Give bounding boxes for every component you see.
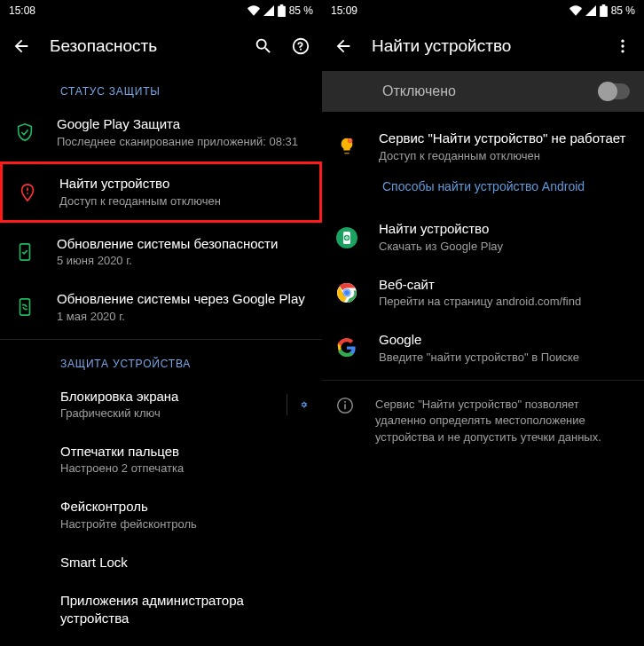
- svg-rect-18: [344, 401, 346, 403]
- more-button[interactable]: [612, 35, 633, 57]
- item-summary: Перейти на страницу android.com/find: [379, 295, 630, 310]
- svg-point-3: [621, 40, 624, 43]
- wifi-icon: [247, 5, 260, 16]
- item-summary: 1 мая 2020 г.: [57, 310, 308, 325]
- warning-title: Сервис "Найти устройство" не работает: [379, 130, 630, 147]
- item-fingerprints[interactable]: Отпечатки пальцев Настроено 2 отпечатка: [0, 432, 322, 487]
- item-title: Обновление системы через Google Play: [57, 290, 308, 308]
- item-title: Веб-сайт: [379, 276, 630, 294]
- bulb-alert-icon: !: [337, 137, 357, 156]
- svg-point-5: [621, 50, 624, 52]
- warning-summary: Доступ к геоданным отключен: [379, 149, 630, 164]
- battery-icon: [600, 4, 608, 17]
- item-security-update[interactable]: Обновление системы безопасности 5 июня 2…: [0, 225, 322, 280]
- search-icon: [254, 36, 273, 56]
- item-admin-apps[interactable]: Приложения администратора устройства: [0, 581, 322, 637]
- divider: [322, 380, 644, 381]
- help-icon: [291, 36, 310, 56]
- item-summary: Доступ к геоданным отключен: [59, 194, 305, 209]
- item-play-protect[interactable]: Google Play Защита Последнее сканировани…: [0, 105, 322, 160]
- info-icon: [336, 397, 354, 414]
- help-button[interactable]: [290, 35, 311, 57]
- svg-point-11: [346, 237, 348, 239]
- item-gp-system-update[interactable]: Обновление системы через Google Play 1 м…: [0, 280, 322, 335]
- svg-point-0: [27, 193, 28, 194]
- info-text: Сервис "Найти устройство" позволяет удал…: [375, 397, 630, 447]
- app-bar: Найти устройство: [322, 21, 644, 71]
- more-vert-icon: [614, 37, 632, 55]
- status-bar: 15:09 85 %: [322, 0, 644, 21]
- phone-security: 15:08 85 % Безопасность СТАТУС ЗАЩИТЫ Go…: [0, 0, 322, 646]
- divider: [0, 339, 322, 340]
- item-summary: Последнее сканирование приложений: 08:31: [57, 135, 308, 150]
- battery-percent: 85 %: [611, 4, 635, 17]
- battery-percent: 85 %: [289, 4, 313, 17]
- signal-icon: [263, 5, 274, 16]
- info-row: Сервис "Найти устройство" позволяет удал…: [322, 384, 644, 460]
- status-indicators: 85 %: [569, 4, 635, 17]
- item-find-device[interactable]: Найти устройство Доступ к геоданным откл…: [3, 164, 319, 219]
- highlight-find-device: Найти устройство Доступ к геоданным откл…: [0, 162, 322, 222]
- item-title: Google: [379, 331, 630, 349]
- svg-rect-17: [344, 404, 346, 409]
- back-button[interactable]: [11, 35, 32, 57]
- item-smart-lock[interactable]: Smart Lock: [0, 543, 322, 582]
- page-title: Безопасность: [50, 36, 235, 56]
- signal-icon: [585, 5, 596, 16]
- item-title: Smart Lock: [60, 554, 308, 571]
- item-title: Отпечатки пальцев: [60, 443, 308, 461]
- svg-point-15: [344, 290, 349, 295]
- switch-label: Отключено: [382, 83, 456, 99]
- phone-find-device: 15:09 85 % Найти устройство Отключено ! …: [322, 0, 644, 646]
- item-summary: Скачать из Google Play: [379, 240, 630, 255]
- master-switch-row[interactable]: Отключено: [322, 71, 644, 112]
- search-button[interactable]: [253, 35, 274, 57]
- master-switch[interactable]: [600, 83, 630, 99]
- item-title: Найти устройство: [59, 175, 305, 193]
- phone-refresh-icon: [15, 297, 35, 317]
- page-title: Найти устройство: [372, 36, 594, 56]
- item-summary: Настроено 2 отпечатка: [60, 461, 308, 477]
- back-button[interactable]: [333, 35, 354, 57]
- app-bar: Безопасность: [0, 21, 322, 71]
- chrome-icon: [336, 282, 357, 303]
- google-g-icon: [337, 338, 357, 358]
- location-alert-icon: [18, 183, 37, 202]
- item-summary: Настройте фейсконтроль: [60, 517, 308, 532]
- item-website[interactable]: Веб-сайт Перейти на страницу android.com…: [322, 265, 644, 320]
- item-title: Фейсконтроль: [60, 498, 308, 516]
- status-time: 15:08: [9, 4, 35, 17]
- item-face[interactable]: Фейсконтроль Настройте фейсконтроль: [0, 487, 322, 542]
- arrow-back-icon: [12, 36, 31, 56]
- item-title: Приложения администратора устройства: [60, 592, 308, 626]
- svg-point-4: [621, 44, 624, 47]
- svg-text:!: !: [349, 139, 350, 144]
- phone-check-icon: [15, 242, 35, 262]
- find-device-app-icon: [336, 227, 357, 248]
- shield-check-icon: [15, 122, 35, 142]
- item-title: Google Play Защита: [57, 115, 308, 133]
- item-summary: Введите "найти устройство" в Поиске: [379, 351, 630, 366]
- screen-lock-settings-button[interactable]: [287, 394, 308, 415]
- item-google-search[interactable]: Google Введите "найти устройство" в Поис…: [322, 320, 644, 375]
- status-time: 15:09: [331, 4, 357, 17]
- section-device-security: ЗАЩИТА УСТРОЙСТВА: [0, 343, 322, 377]
- wifi-icon: [569, 5, 582, 16]
- svg-rect-2: [20, 299, 30, 315]
- section-security-status: СТАТУС ЗАЩИТЫ: [0, 71, 322, 105]
- gear-icon: [300, 395, 308, 414]
- item-find-app[interactable]: Найти устройство Скачать из Google Play: [322, 209, 644, 264]
- status-bar: 15:08 85 %: [0, 0, 322, 21]
- item-title: Найти устройство: [379, 220, 630, 238]
- item-title: Блокировка экрана: [60, 388, 258, 406]
- status-indicators: 85 %: [247, 4, 313, 17]
- warning-row: ! Сервис "Найти устройство" не работает …: [322, 112, 644, 174]
- arrow-back-icon: [334, 36, 353, 56]
- item-title: Обновление системы безопасности: [57, 235, 308, 253]
- ways-link[interactable]: Способы найти устройство Android: [382, 179, 585, 193]
- item-summary: Графический ключ: [60, 406, 258, 421]
- ways-link-row[interactable]: Способы найти устройство Android: [322, 174, 644, 209]
- battery-icon: [278, 4, 286, 17]
- item-screen-lock[interactable]: Блокировка экрана Графический ключ: [0, 377, 322, 432]
- item-summary: 5 июня 2020 г.: [57, 254, 308, 269]
